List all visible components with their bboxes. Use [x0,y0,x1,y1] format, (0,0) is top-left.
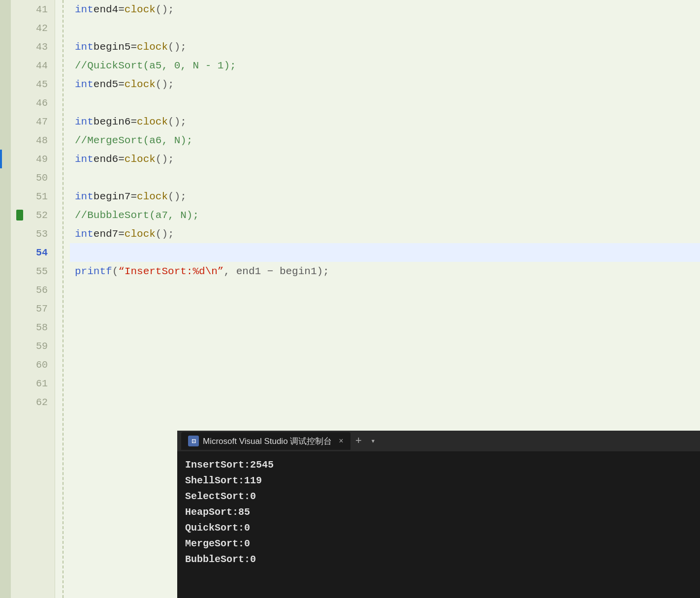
line-number-row: 58 [11,318,55,337]
code-token: , end1 − begin1); [223,266,329,277]
line-number-row: 48 [11,131,55,150]
line-number-row: 43 [11,37,55,56]
terminal-tab-label: Microsoft Visual Studio 调试控制台 [203,436,332,447]
terminal-tab-icon: ⊡ [188,436,199,446]
line-number: 55 [36,266,48,277]
code-line [70,355,700,374]
code-line: //QuickSort(a5, 0, N - 1); [70,56,700,75]
terminal-close-button[interactable]: × [339,437,343,445]
terminal-output-line: HeapSort:85 [185,504,692,520]
line-number: 51 [36,191,48,202]
line-number-row: 46 [11,94,55,112]
code-token: clock [125,79,156,90]
code-line [70,374,700,393]
code-token: end5 [94,79,118,90]
code-token: int [75,116,94,127]
line-number: 56 [36,284,48,296]
code-line: //BubbleSort(a7, N); [70,206,700,224]
code-line [70,243,700,262]
line-number: 41 [36,4,48,15]
terminal-tab[interactable]: ⊡ Microsoft Visual Studio 调试控制台 × [181,432,350,450]
code-token: = [118,79,125,90]
left-sidebar [0,0,11,598]
code-token: (); [156,154,174,165]
code-token: (); [168,191,187,202]
line-number-row: 57 [11,299,55,318]
code-line: int begin6 = clock(); [70,112,700,131]
code-token: int [75,191,94,202]
code-line: int begin7 = clock(); [70,187,700,206]
code-area: 4142434445464748495051525354555657585960… [0,0,700,598]
code-token: (); [168,41,187,53]
line-number-row: 53 [11,224,55,243]
line-number: 59 [36,341,48,352]
line-number-row: 55 [11,262,55,281]
terminal-panel: ⊡ Microsoft Visual Studio 调试控制台 × + ▾ In… [177,431,700,598]
code-token: ( [112,266,119,277]
line-number: 52 [36,210,48,221]
code-line [70,281,700,299]
line-number-row: 47 [11,112,55,131]
code-line [70,393,700,411]
line-number: 46 [36,97,48,109]
code-line [70,318,700,337]
line-number: 53 [36,228,48,240]
code-token: (); [156,228,174,240]
code-token: = [118,228,125,240]
code-token: begin6 [94,116,131,127]
line-number-row: 49 [11,150,55,168]
terminal-output-line: ShellSort:119 [185,473,692,489]
code-line: int end4 = clock(); [70,0,700,19]
line-number: 54 [36,247,48,258]
editor-container: 4142434445464748495051525354555657585960… [0,0,700,598]
code-token: //BubbleSort(a7, N); [75,210,199,221]
code-line [70,299,700,318]
line-number-row: 42 [11,19,55,37]
middle-gutter [55,0,70,598]
line-number: 50 [36,172,48,184]
line-number-row: 44 [11,56,55,75]
current-line-indicator [0,150,2,168]
code-token: = [118,154,125,165]
code-token: int [75,41,94,53]
code-line: int end5 = clock(); [70,75,700,94]
terminal-output-line: InsertSort:2545 [185,457,692,473]
line-number-row: 59 [11,337,55,355]
code-line [70,94,700,112]
line-number-row: 50 [11,168,55,187]
terminal-output-line: SelectSort:0 [185,489,692,504]
terminal-output: InsertSort:2545ShellSort:119SelectSort:0… [177,451,700,573]
line-number-row: 60 [11,355,55,374]
line-number: 62 [36,397,48,408]
line-number: 43 [36,41,48,53]
code-token: int [75,154,94,165]
code-token: int [75,228,94,240]
line-number: 61 [36,378,48,389]
breakpoint-marker [16,210,23,220]
line-number-row: 54 [11,243,55,262]
line-number: 49 [36,154,48,165]
code-token: printf [75,266,112,277]
code-token: (); [156,79,174,90]
terminal-chevron-button[interactable]: ▾ [367,436,380,446]
code-line: int end7 = clock(); [70,224,700,243]
code-line: int begin5 = clock(); [70,37,700,56]
code-line: printf(“InsertSort:%d\n”, end1 − begin1)… [70,262,700,281]
line-number-row: 52 [11,206,55,224]
code-line [70,19,700,37]
code-line [70,168,700,187]
line-number: 58 [36,322,48,333]
code-token: clock [137,41,168,53]
line-number-row: 56 [11,281,55,299]
code-token: begin5 [94,41,131,53]
line-number: 44 [36,60,48,71]
code-token: begin7 [94,191,131,202]
line-number-row: 61 [11,374,55,393]
line-number: 60 [36,359,48,371]
line-number: 42 [36,23,48,34]
line-number-row: 45 [11,75,55,94]
code-token: clock [125,228,156,240]
code-token: int [75,4,94,15]
terminal-add-button[interactable]: + [350,435,367,447]
code-line: int end6 = clock(); [70,150,700,168]
